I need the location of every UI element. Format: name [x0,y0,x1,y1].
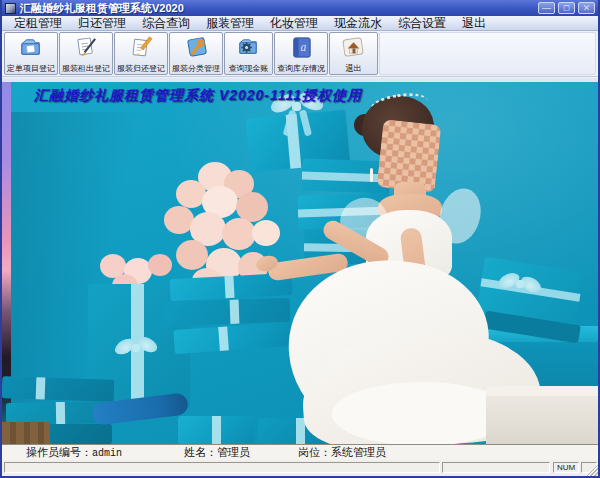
return-register-button[interactable]: 服装归还登记 [114,32,168,75]
main-photo: 汇融婚纱礼服租赁管理系统 V2020-1111授权使用 [2,82,598,444]
operator-value: admin [92,448,122,459]
rent-out-register-button[interactable]: 服装租出登记 [59,32,113,75]
license-banner: 汇融婚纱礼服租赁管理系统 V2020-1111授权使用 [34,87,362,105]
category-tool-icon [184,35,209,60]
cash-gear-icon [236,35,261,60]
window-title: 汇融婚纱礼服租赁管理系统V2020 [20,0,538,16]
toolbar-label: 定单项目登记 [7,64,55,73]
menu-cash-flow[interactable]: 现金流水 [326,16,390,30]
title-bar: 汇融婚纱礼服租赁管理系统V2020 — □ ✕ [2,0,598,16]
toolbar-label: 服装分类管理 [172,64,220,73]
svg-text:a: a [300,41,306,53]
position-label: 岗位： [298,446,331,458]
menu-rent-management[interactable]: 定租管理 [6,16,70,30]
position-field: 岗位：系统管理员 [298,445,386,460]
status-bar-lower: NUM [2,460,598,476]
app-icon [5,3,16,14]
toolbar-label: 查询现金账 [229,64,269,73]
status-bar: 操作员编号：admin 姓名：管理员 岗位：系统管理员 [2,444,598,460]
num-lock-indicator: NUM [553,462,579,473]
position-value: 系统管理员 [331,446,386,458]
app-window: 汇融婚纱礼服租赁管理系统V2020 — □ ✕ 定租管理 归还管理 综合查询 服… [0,0,600,478]
toolbar-label: 查询库存情况 [277,64,325,73]
toolbar-spacer [379,32,596,75]
exit-home-icon [341,35,366,60]
status-empty-cell [442,462,550,473]
menu-return-management[interactable]: 归还管理 [70,16,134,30]
name-value: 管理员 [217,446,250,458]
operator-field: 操作员编号：admin [26,445,122,460]
earring-left [370,168,373,182]
cash-query-button[interactable]: 查询现金账 [224,32,273,75]
name-field: 姓名：管理员 [184,445,250,460]
toolbar-label: 退出 [346,64,362,73]
category-manage-button[interactable]: 服装分类管理 [169,32,223,75]
menu-comprehensive-query[interactable]: 综合查询 [134,16,198,30]
resize-grip[interactable] [586,464,598,476]
name-label: 姓名： [184,446,217,458]
menu-bar: 定租管理 归还管理 综合查询 服装管理 化妆管理 现金流水 综合设置 退出 [2,16,598,31]
white-box-bottom-right [486,386,598,444]
rent-out-document-icon [74,35,99,60]
maximize-button[interactable]: □ [558,2,575,14]
stock-query-button[interactable]: a 查询库存情况 [274,32,328,75]
close-button[interactable]: ✕ [578,2,595,14]
menu-settings[interactable]: 综合设置 [390,16,454,30]
toolbar-label: 服装租出登记 [62,64,110,73]
status-message-cell [4,462,440,473]
wood-floor [2,422,50,444]
order-folder-icon [19,35,44,60]
order-register-button[interactable]: 定单项目登记 [4,32,58,75]
exit-button[interactable]: 退出 [329,32,378,75]
menu-clothing-management[interactable]: 服装管理 [198,16,262,30]
return-document-icon [129,35,154,60]
menu-makeup-management[interactable]: 化妆管理 [262,16,326,30]
operator-label: 操作员编号： [26,446,92,458]
stock-book-icon: a [289,35,314,60]
toolbar-label: 服装归还登记 [117,64,165,73]
minimize-button[interactable]: — [538,2,555,14]
toolbar: 定单项目登记 服装租出登记 服装归还登记 [2,31,598,77]
window-controls: — □ ✕ [538,2,595,14]
menu-exit[interactable]: 退出 [454,16,494,30]
